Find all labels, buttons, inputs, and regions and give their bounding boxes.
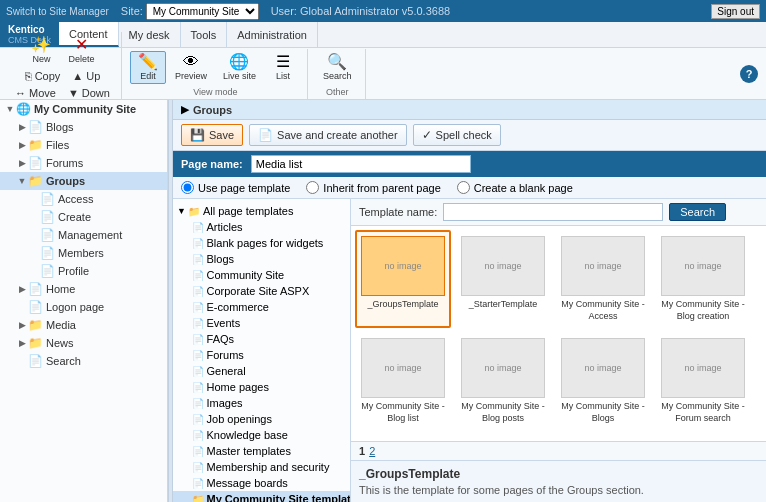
page-2-link[interactable]: 2 [369,445,375,457]
tmpl-tree-articles[interactable]: 📄 Articles [173,219,350,235]
tree-item-news[interactable]: ▶ 📁 News [0,334,167,352]
tmpl-tree-message-boards[interactable]: 📄 Message boards [173,475,350,491]
live-site-button[interactable]: 🌐 Live site [216,51,263,84]
up-button[interactable]: ▲ Up [67,68,105,84]
tree-toggle[interactable]: ▶ [16,122,28,132]
spell-check-button[interactable]: ✓ Spell check [413,124,501,146]
tmpl-home-pages-icon: 📄 [192,382,204,393]
template-thumb-forum-search: no image [661,338,745,398]
site-selector[interactable]: My Community Site [146,3,259,20]
copy-icon: ⎘ [25,70,32,82]
page-name-input[interactable] [251,155,471,173]
tmpl-tree-corporate[interactable]: 📄 Corporate Site ASPX [173,283,350,299]
tmpl-tree-my-community[interactable]: 📁 My Community Site templates [173,491,350,502]
template-card-blog-creation[interactable]: no image My Community Site - Blog creati… [655,230,751,328]
tree-toggle-empty [28,212,40,222]
template-card-access[interactable]: no image My Community Site - Access [555,230,651,328]
tree-item-search[interactable]: 📄 Search [0,352,167,370]
tmpl-bullet [187,254,190,264]
tmpl-tree-home-pages[interactable]: 📄 Home pages [173,379,350,395]
tmpl-bullet [187,302,190,312]
template-name-input[interactable] [443,203,663,221]
radio-inherit[interactable]: Inherit from parent page [306,181,440,194]
template-info-desc: This is the template for some pages of t… [359,484,758,496]
template-card-blogs[interactable]: no image My Community Site - Blogs [555,332,651,430]
radio-blank[interactable]: Create a blank page [457,181,573,194]
tree-item-logon[interactable]: 📄 Logon page [0,298,167,316]
nav-tab-mydesk[interactable]: My desk [119,22,181,47]
template-grid-area: Template name: Search no image _GroupsTe… [351,199,766,502]
tmpl-bullet [187,334,190,344]
tree-toggle[interactable]: ▶ [16,140,28,150]
tmpl-bullet [187,382,190,392]
page-1-link[interactable]: 1 [359,445,365,457]
tree-toggle[interactable]: ▼ [16,176,28,186]
list-button[interactable]: ☰ List [265,51,301,84]
save-button[interactable]: 💾 Save [181,124,243,146]
tree-toggle-empty [16,302,28,312]
search-button[interactable]: 🔍 Search [316,51,359,84]
tree-item-management[interactable]: 📄 Management [0,226,167,244]
tmpl-tree-forums[interactable]: 📄 Forums [173,347,350,363]
access-icon: 📄 [40,192,55,206]
tree-item-forums[interactable]: ▶ 📄 Forums [0,154,167,172]
tree-item-files[interactable]: ▶ 📁 Files [0,136,167,154]
tree-item-groups[interactable]: ▼ 📁 Groups [0,172,167,190]
tree-item-profile[interactable]: 📄 Profile [0,262,167,280]
tree-item-access[interactable]: 📄 Access [0,190,167,208]
help-button[interactable]: ? [740,65,758,83]
tmpl-tree-blogs[interactable]: 📄 Blogs [173,251,350,267]
template-grid: no image _GroupsTemplate no image _Start… [351,226,766,441]
tree-item-create[interactable]: 📄 Create [0,208,167,226]
radio-blank-input[interactable] [457,181,470,194]
switch-to-site-manager-link[interactable]: Switch to Site Manager [6,6,109,17]
template-card-blog-posts[interactable]: no image My Community Site - Blog posts [455,332,551,430]
tmpl-tree-faqs[interactable]: 📄 FAQs [173,331,350,347]
delete-button[interactable]: ✕ Delete [61,34,101,67]
top-bar-left: Switch to Site Manager Site: My Communit… [6,3,450,20]
tree-toggle[interactable]: ▼ [4,104,16,114]
tree-toggle[interactable]: ▶ [16,320,28,330]
template-search-button[interactable]: Search [669,203,726,221]
sign-out-button[interactable]: Sign out [711,4,760,19]
tmpl-tree-community[interactable]: 📄 Community Site [173,267,350,283]
preview-button[interactable]: 👁 Preview [168,51,214,84]
new-button[interactable]: ✨ New [23,34,59,67]
tree-toggle[interactable]: ▶ [16,338,28,348]
tmpl-tree-images[interactable]: 📄 Images [173,395,350,411]
tree-toggle[interactable]: ▶ [16,158,28,168]
tmpl-tree-membership[interactable]: 📄 Membership and security [173,459,350,475]
tmpl-tree-ecommerce[interactable]: 📄 E-commerce [173,299,350,315]
tmpl-tree-job-openings[interactable]: 📄 Job openings [173,411,350,427]
tree-item-media[interactable]: ▶ 📁 Media [0,316,167,334]
tmpl-tree-all[interactable]: ▼ 📁 All page templates [173,203,350,219]
save-create-button[interactable]: 📄 Save and create another [249,124,406,146]
edit-button[interactable]: ✏️ Edit [130,51,166,84]
tmpl-tree-events[interactable]: 📄 Events [173,315,350,331]
tree-item-members[interactable]: 📄 Members [0,244,167,262]
template-card-groups[interactable]: no image _GroupsTemplate [355,230,451,328]
tmpl-tree-knowledge[interactable]: 📄 Knowledge base [173,427,350,443]
tree-toggle[interactable]: ▶ [16,284,28,294]
tree-item-my-community-site[interactable]: ▼ 🌐 My Community Site [0,100,167,118]
tmpl-tree-master[interactable]: 📄 Master templates [173,443,350,459]
tmpl-job-icon: 📄 [192,414,204,425]
tmpl-expand-icon: ▼ [177,206,186,216]
template-card-blog-list[interactable]: no image My Community Site - Blog list [355,332,451,430]
down-button[interactable]: ▼ Down [63,85,115,101]
tmpl-tree-general[interactable]: 📄 General [173,363,350,379]
template-card-starter[interactable]: no image _StarterTemplate [455,230,551,328]
tree-item-home[interactable]: ▶ 📄 Home [0,280,167,298]
template-card-forum-search[interactable]: no image My Community Site - Forum searc… [655,332,751,430]
copy-button[interactable]: ⎘ Copy [20,68,66,84]
radio-use-template-input[interactable] [181,181,194,194]
radio-inherit-input[interactable] [306,181,319,194]
sign-out-container: Sign out [711,4,760,19]
tree-item-blogs[interactable]: ▶ 📄 Blogs [0,118,167,136]
nav-tab-tools[interactable]: Tools [181,22,228,47]
tmpl-tree-blank-widgets[interactable]: 📄 Blank pages for widgets [173,235,350,251]
radio-use-template[interactable]: Use page template [181,181,290,194]
nav-tab-administration[interactable]: Administration [227,22,318,47]
page-name-label: Page name: [181,158,243,170]
move-button[interactable]: ↔ Move [10,85,61,101]
